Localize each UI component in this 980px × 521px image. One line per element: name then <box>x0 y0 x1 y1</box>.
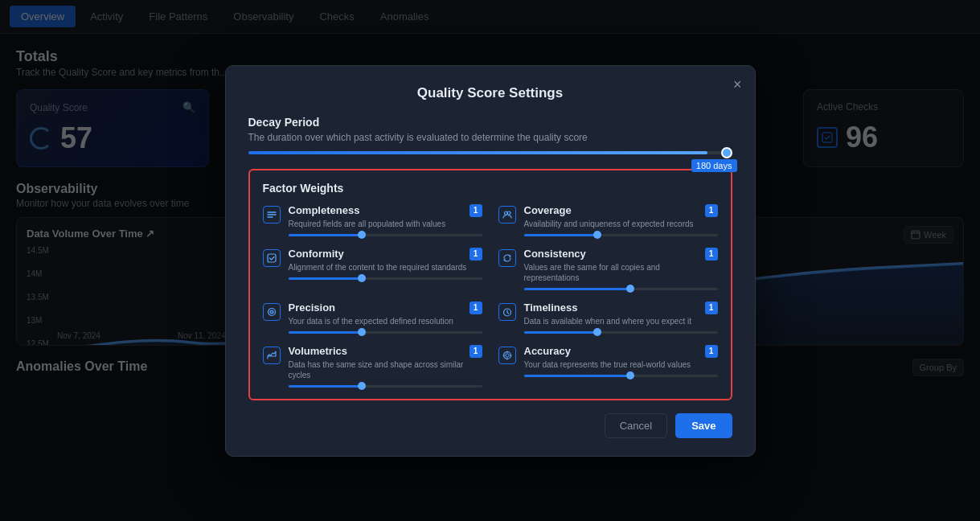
accuracy-desc: Your data represents the true real-world… <box>524 359 718 370</box>
quality-score-settings-modal: × Quality Score Settings Decay Period Th… <box>225 65 756 457</box>
modal-title: Quality Score Settings <box>248 85 732 101</box>
conformity-content: Conformity 1 Alignment of the content to… <box>289 248 482 280</box>
precision-name: Precision <box>289 302 336 314</box>
factor-weights-section: Factor Weights Completeness 1 Required f… <box>248 169 732 400</box>
completeness-icon <box>263 206 281 224</box>
precision-slider[interactable] <box>289 331 482 334</box>
decay-slider-thumb[interactable] <box>721 147 732 158</box>
decay-slider-container: 180 days <box>248 151 732 154</box>
decay-slider-label: 180 days <box>691 159 737 172</box>
svg-rect-4 <box>268 254 276 262</box>
completeness-desc: Required fields are all populated with v… <box>289 219 482 229</box>
completeness-badge: 1 <box>469 204 482 217</box>
conformity-icon <box>263 249 281 267</box>
svg-point-7 <box>271 311 272 312</box>
decay-description: The duration over which past activity is… <box>248 132 732 143</box>
decay-title: Decay Period <box>248 116 732 129</box>
decay-slider-fill <box>248 151 708 154</box>
volumetrics-name: Volumetrics <box>289 345 347 357</box>
coverage-name: Coverage <box>524 204 572 216</box>
completeness-slider[interactable] <box>289 234 482 236</box>
volumetrics-content: Volumetrics 1 Data has the same size and… <box>289 345 482 388</box>
modal-close-button[interactable]: × <box>733 77 742 92</box>
accuracy-badge: 1 <box>705 345 718 358</box>
conformity-badge: 1 <box>469 248 482 260</box>
svg-point-10 <box>505 353 508 356</box>
factors-grid: Completeness 1 Required fields are all p… <box>263 204 718 388</box>
factor-accuracy: Accuracy 1 Your data represents the true… <box>498 345 718 388</box>
volumetrics-icon <box>263 347 281 364</box>
timeliness-badge: 1 <box>705 302 718 314</box>
coverage-slider[interactable] <box>524 234 718 236</box>
completeness-name: Completeness <box>289 204 360 216</box>
factor-timeliness: Timeliness 1 Data is available when and … <box>498 302 718 334</box>
consistency-badge: 1 <box>705 248 718 260</box>
decay-period-section: Decay Period The duration over which pas… <box>248 116 732 154</box>
volumetrics-badge: 1 <box>469 345 482 358</box>
accuracy-content: Accuracy 1 Your data represents the true… <box>524 345 718 377</box>
factor-consistency: Consistency 1 Values are the same for al… <box>498 248 718 290</box>
consistency-slider[interactable] <box>524 288 718 290</box>
precision-desc: Your data is of the expected defined res… <box>289 316 482 326</box>
coverage-icon <box>498 206 516 224</box>
conformity-slider[interactable] <box>289 277 482 280</box>
conformity-name: Conformity <box>289 248 344 260</box>
completeness-content: Completeness 1 Required fields are all p… <box>289 204 482 236</box>
timeliness-slider[interactable] <box>524 331 718 334</box>
decay-slider-track: 180 days <box>248 151 732 154</box>
timeliness-desc: Data is available when and where you exp… <box>524 316 718 326</box>
factor-precision: Precision 1 Your data is of the expected… <box>263 302 482 334</box>
accuracy-name: Accuracy <box>524 345 572 357</box>
consistency-desc: Values are the same for all copies and r… <box>524 262 718 283</box>
factor-volumetrics: Volumetrics 1 Data has the same size and… <box>263 345 482 388</box>
factor-weights-title: Factor Weights <box>263 182 718 195</box>
timeliness-icon <box>498 303 516 321</box>
coverage-content: Coverage 1 Availability and uniqueness o… <box>524 204 718 236</box>
timeliness-content: Timeliness 1 Data is available when and … <box>524 302 718 334</box>
accuracy-icon <box>498 347 516 364</box>
volumetrics-desc: Data has the same size and shape across … <box>289 359 482 380</box>
modal-footer: Cancel Save <box>248 413 732 438</box>
factor-completeness: Completeness 1 Required fields are all p… <box>263 204 482 236</box>
coverage-desc: Availability and uniqueness of expected … <box>524 219 718 229</box>
save-button[interactable]: Save <box>675 413 732 438</box>
accuracy-slider[interactable] <box>524 375 718 377</box>
conformity-desc: Alignment of the content to the required… <box>289 262 482 273</box>
coverage-badge: 1 <box>705 204 718 217</box>
consistency-content: Consistency 1 Values are the same for al… <box>524 248 718 290</box>
factor-conformity: Conformity 1 Alignment of the content to… <box>263 248 482 290</box>
precision-badge: 1 <box>469 302 482 314</box>
precision-content: Precision 1 Your data is of the expected… <box>289 302 482 334</box>
consistency-name: Consistency <box>524 248 586 260</box>
modal-overlay: × Quality Score Settings Decay Period Th… <box>0 0 980 521</box>
precision-icon <box>263 303 281 321</box>
cancel-button[interactable]: Cancel <box>605 413 667 438</box>
volumetrics-slider[interactable] <box>289 385 482 388</box>
timeliness-name: Timeliness <box>524 302 578 314</box>
svg-point-3 <box>507 211 511 215</box>
consistency-icon <box>498 249 516 267</box>
factor-coverage: Coverage 1 Availability and uniqueness o… <box>498 204 718 236</box>
